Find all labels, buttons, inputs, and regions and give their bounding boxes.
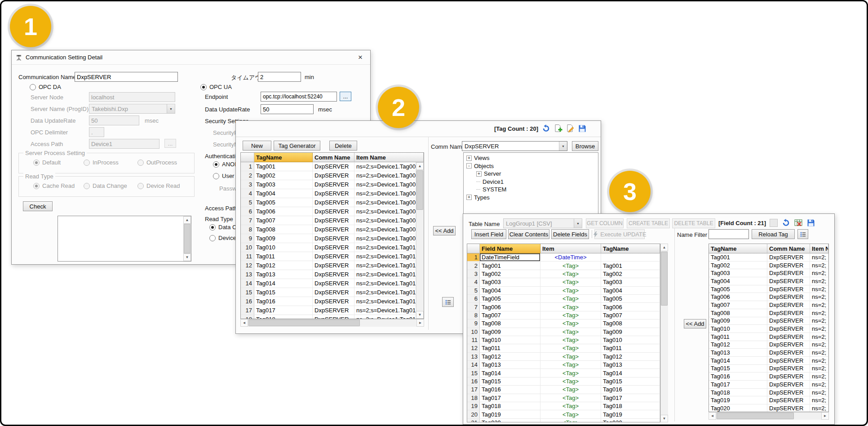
table-row[interactable]: 14Tag013<Tag>Tag013 [467,361,660,369]
table-row[interactable]: Tag004DxpSERVERns=2; [709,277,828,285]
table-row[interactable]: 10Tag010DxpSERVERns=2;s=Device1.Tag010 [241,243,416,252]
scroll-thumb[interactable] [717,413,794,419]
table-row[interactable]: 9Tag008<Tag>Tag008 [467,320,660,328]
corner-header-cell[interactable] [241,153,254,162]
endpoint-input[interactable]: opc.tcp://localhost:52240 [261,92,337,102]
table-row[interactable]: 15Tag015DxpSERVERns=2;s=Device1.Tag015 [241,288,416,297]
vertical-scrollbar[interactable]: ▲ ▼ [660,244,668,422]
tree-item-system[interactable]: SYSTEM [464,186,598,194]
table-row[interactable]: 21Tag020<Tag>Tag020 [467,419,660,422]
table-row[interactable]: Tag007DxpSERVERns=2; [709,301,828,309]
table-row[interactable]: 15Tag014<Tag>Tag014 [467,369,660,377]
table-row[interactable]: 9Tag009DxpSERVERns=2;s=Device1.Tag009 [241,234,416,243]
table-row[interactable]: Tag005DxpSERVERns=2; [709,285,828,293]
table-row[interactable]: 12Tag012DxpSERVERns=2;s=Device1.Tag012 [241,261,416,270]
tag-generator-button[interactable]: Tag Generator [274,141,320,151]
scroll-up-icon[interactable]: ▲ [183,216,191,224]
opc-ua-radio[interactable]: OPC UA [200,84,232,90]
table-row[interactable]: Tag006DxpSERVERns=2; [709,293,828,301]
table-row[interactable]: 12Tag011<Tag>Tag011 [467,344,660,352]
ua-update-rate-input[interactable]: 50 [261,104,314,114]
scroll-left-icon[interactable]: ◄ [240,319,248,327]
table-row[interactable]: Tag011DxpSERVERns=2; [709,333,828,341]
address-space-tree[interactable]: +Views-Objects+ServerDevice1SYSTEM+Types [463,152,598,218]
column-header-itemname[interactable]: Item N [810,244,828,253]
table-row[interactable]: 11Tag010<Tag>Tag010 [467,336,660,344]
table-row[interactable]: 14Tag014DxpSERVERns=2;s=Device1.Tag014 [241,279,416,288]
undo-icon[interactable] [541,124,550,133]
scroll-down-icon[interactable]: ▼ [416,311,424,319]
table-row[interactable]: Tag016DxpSERVERns=2; [709,373,828,381]
table-row[interactable]: 7Tag007DxpSERVERns=2;s=Device1.Tag007 [241,216,416,225]
table-row[interactable]: 8Tag007<Tag>Tag007 [467,311,660,320]
table-row[interactable]: Tag015DxpSERVERns=2; [709,365,828,373]
name-filter-input[interactable] [709,229,749,239]
edit-document-icon[interactable] [566,124,575,133]
table-row[interactable]: 3Tag003DxpSERVERns=2;s=Device1.Tag003 [241,180,416,189]
horizontal-scrollbar[interactable]: ◄ ► [709,412,829,420]
scroll-left-icon[interactable]: ◄ [709,412,716,420]
vertical-scrollbar[interactable]: ▲ ▼ [416,162,424,319]
clear-table-icon[interactable] [794,218,803,227]
list-view-button[interactable] [797,229,808,239]
scroll-up-icon[interactable]: ▲ [660,244,668,251]
scroll-up-icon[interactable]: ▲ [416,162,424,170]
table-row[interactable]: 17Tag017DxpSERVERns=2;s=Device1.Tag017 [241,306,416,315]
delete-button[interactable]: Delete [329,141,357,151]
table-row[interactable]: Tag019DxpSERVERns=2; [709,396,828,404]
comm-name-dropdown[interactable]: DxpSERVER▼ [462,141,567,151]
column-header-item[interactable]: Item [540,244,601,253]
new-button[interactable]: New [243,141,271,151]
column-header-commname[interactable]: Comm Name [313,153,354,162]
table-row[interactable]: Tag001DxpSERVERns=2; [709,253,828,262]
table-row[interactable]: 5Tag005DxpSERVERns=2;s=Device1.Tag005 [241,198,416,207]
tree-item-objects[interactable]: -Objects [464,162,598,170]
table-row[interactable]: 19Tag018<Tag>Tag018 [467,402,660,410]
column-header-commname[interactable]: Comm Name [767,244,810,253]
table-row[interactable]: 4Tag003<Tag>Tag003 [467,278,660,286]
opc-da-radio[interactable]: OPC DA [30,84,61,90]
table-row[interactable]: 1Tag001DxpSERVERns=2;s=Device1.Tag001 [241,162,416,171]
table-row[interactable]: 18Tag018DxpSERVERns=2;s=Device1.Tag018 [241,315,416,319]
scroll-thumb[interactable] [416,170,423,210]
scroll-thumb[interactable] [661,252,668,306]
scroll-down-icon[interactable]: ▼ [183,253,191,261]
scroll-thumb[interactable] [248,320,360,326]
reload-tag-button[interactable]: Reload Tag [752,229,795,239]
table-row[interactable]: 17Tag016<Tag>Tag016 [467,386,660,394]
comm-name-input[interactable]: DxpSERVER [75,72,178,82]
table-row[interactable]: 5Tag004<Tag>Tag004 [467,287,660,295]
table-row[interactable]: Tag020DxpSERVERns=2; [709,404,828,412]
tree-item-device1[interactable]: Device1 [464,178,598,186]
table-row[interactable]: 11Tag011DxpSERVERns=2;s=Device1.Tag011 [241,252,416,261]
list-view-button[interactable] [442,297,454,307]
table-row[interactable]: 8Tag008DxpSERVERns=2;s=Device1.Tag008 [241,225,416,234]
timeout-input[interactable]: 2 [258,72,301,82]
table-row[interactable]: Tag009DxpSERVERns=2; [709,317,828,325]
horizontal-scrollbar[interactable]: ◄ ► [240,319,424,327]
scroll-thumb[interactable] [184,224,190,253]
table-row[interactable]: Tag013DxpSERVERns=2; [709,349,828,357]
save-icon[interactable] [806,218,815,227]
scroll-down-icon[interactable]: ▼ [660,415,668,422]
table-row[interactable]: 1DateTimeField<DateTime> [467,253,660,262]
table-row[interactable]: 16Tag015<Tag>Tag015 [467,377,660,386]
result-listbox[interactable]: ▲ ▼ [58,216,191,262]
endpoint-browse-button[interactable]: ... [340,92,351,101]
table-row[interactable]: 10Tag009<Tag>Tag009 [467,328,660,336]
close-icon[interactable]: × [354,53,367,62]
clear-contents-button[interactable]: Clear Contents [508,229,549,239]
table-row[interactable]: Tag018DxpSERVERns=2; [709,389,828,397]
save-icon[interactable] [578,124,587,133]
table-row[interactable]: Tag003DxpSERVERns=2; [709,269,828,277]
listbox-scrollbar[interactable]: ▲ ▼ [183,216,191,261]
table-row[interactable]: 3Tag002<Tag>Tag002 [467,270,660,278]
table-row[interactable]: Tag012DxpSERVERns=2; [709,341,828,349]
table-row[interactable]: Tag002DxpSERVERns=2; [709,262,828,270]
scroll-right-icon[interactable]: ► [821,412,829,420]
table-row[interactable]: 18Tag017<Tag>Tag017 [467,394,660,402]
table-row[interactable]: 13Tag012<Tag>Tag012 [467,353,660,361]
browse-button[interactable]: Browse [572,141,598,151]
scroll-right-icon[interactable]: ► [416,319,424,327]
table-row[interactable]: 6Tag006DxpSERVERns=2;s=Device1.Tag006 [241,207,416,216]
